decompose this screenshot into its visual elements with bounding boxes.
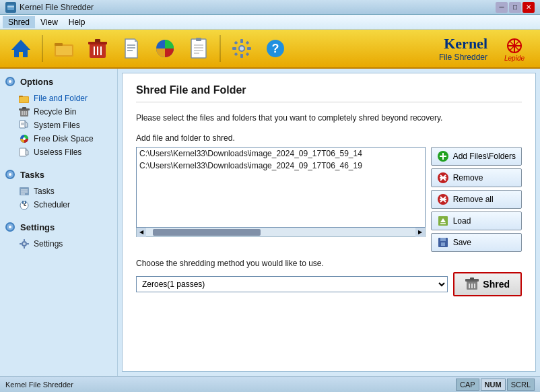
sidebar-section-options-header: Options [4, 74, 113, 89]
svg-rect-30 [234, 41, 238, 45]
brand-subtitle: File Shredder [439, 53, 487, 62]
hscroll-track[interactable] [146, 228, 415, 236]
toolbar-file-button[interactable] [116, 33, 147, 64]
svg-text:Lepide: Lepide [504, 55, 524, 62]
svg-point-25 [240, 46, 244, 51]
titlebar: Kernel File Shredder ─ □ ✕ [0, 0, 540, 15]
sidebar-item-useless-files[interactable]: Useless Files [4, 145, 113, 159]
svg-rect-8 [95, 39, 100, 42]
sidebar-item-system-files[interactable]: System Files [4, 119, 113, 132]
statusbar-scrl: SCRL [507, 379, 535, 391]
recycle-icon [19, 106, 30, 117]
toolbar: ? Kernel File Shredder Lepide [0, 30, 540, 69]
svg-rect-18 [191, 39, 206, 58]
svg-rect-5 [56, 46, 72, 55]
toolbar-brand: Kernel File Shredder Lepide [439, 33, 535, 64]
menu-help[interactable]: Help [63, 16, 91, 28]
svg-rect-31 [246, 41, 250, 45]
svg-point-58 [23, 137, 26, 140]
svg-rect-80 [24, 247, 25, 249]
main-layout: Options File and Folder [0, 69, 540, 376]
file-list[interactable]: C:\Users\Kernel33\Downloads\image_2024_0… [136, 147, 426, 228]
svg-rect-102 [470, 277, 474, 280]
statusbar-cap: CAP [456, 379, 479, 391]
sidebar-item-tasks-label: Tasks [34, 187, 55, 196]
svg-point-42 [9, 80, 11, 83]
sidebar-section-settings-header: Settings [4, 220, 113, 234]
toolbar-notepad-button[interactable] [183, 33, 214, 64]
remove-all-icon [437, 193, 449, 205]
close-button[interactable]: ✕ [522, 2, 535, 13]
horizontal-scrollbar[interactable]: ◀ ▶ [136, 228, 426, 237]
svg-text:?: ? [272, 42, 279, 55]
load-label: Load [453, 216, 471, 226]
file-action-buttons: Add Files\Folders Remove [431, 147, 522, 252]
add-files-button[interactable]: Add Files\Folders [431, 147, 522, 166]
remove-all-button[interactable]: Remove all [431, 190, 522, 209]
svg-rect-48 [22, 107, 26, 109]
minimize-button[interactable]: ─ [496, 2, 508, 13]
method-label: Choose the shredding method you would li… [136, 259, 522, 268]
tasks-icon [19, 186, 30, 197]
svg-rect-4 [55, 43, 63, 46]
svg-rect-27 [240, 54, 243, 58]
remove-label: Remove [453, 173, 483, 183]
load-icon [437, 215, 449, 227]
sidebar-item-free-disk[interactable]: Free Disk Space [4, 132, 113, 145]
svg-rect-99 [441, 242, 445, 246]
svg-point-78 [23, 242, 26, 245]
hscroll-right-btn[interactable]: ▶ [415, 228, 425, 237]
svg-rect-33 [246, 53, 250, 57]
shred-method-select[interactable]: Zeroes(1 passes)DoD 5220.22-M (3 passes)… [136, 276, 448, 292]
sidebar-item-settings[interactable]: Settings [4, 237, 113, 251]
remove-button[interactable]: Remove [431, 168, 522, 187]
toolbar-home-button[interactable] [5, 33, 36, 64]
svg-rect-81 [20, 243, 22, 244]
sidebar-item-system-files-label: System Files [34, 121, 80, 130]
toolbar-separator-1 [42, 35, 43, 62]
shred-label: Shred [483, 279, 510, 290]
toolbar-folder-button[interactable] [48, 33, 79, 64]
svg-rect-82 [27, 243, 29, 244]
sidebar: Options File and Folder [0, 69, 118, 376]
toolbar-help-button[interactable]: ? [260, 33, 291, 64]
settings-icon [19, 238, 30, 249]
content-panel: Shred File and Folder Please select the … [122, 73, 536, 372]
menu-view[interactable]: View [35, 16, 63, 28]
menu-shred[interactable]: Shred [3, 16, 35, 28]
hscroll-left-btn[interactable]: ◀ [137, 228, 146, 237]
sidebar-item-recycle-bin[interactable]: Recycle Bin [4, 105, 113, 119]
toolbar-delete-button[interactable] [82, 33, 113, 64]
svg-rect-29 [247, 47, 251, 50]
toolbar-chart-button[interactable] [149, 33, 180, 64]
settings-label: Settings [20, 222, 55, 232]
svg-rect-26 [240, 39, 243, 43]
save-button[interactable]: Save [431, 233, 522, 252]
save-icon [437, 236, 449, 249]
remove-all-label: Remove all [453, 195, 494, 204]
shred-button[interactable]: Shred [453, 272, 522, 296]
statusbar-text: Kernel File Shredder [5, 381, 73, 389]
add-files-label: Add Files\Folders [453, 152, 516, 161]
sidebar-item-settings-label: Settings [34, 239, 63, 249]
options-label: Options [20, 77, 53, 87]
file-list-item-0: C:\Users\Kernel33\Downloads\image_2024_0… [137, 148, 425, 160]
shred-icon [465, 277, 479, 291]
load-button[interactable]: Load [431, 211, 522, 230]
svg-marker-2 [11, 40, 30, 57]
statusbar-num: NUM [481, 379, 506, 391]
sidebar-item-file-folder-label: File and Folder [34, 94, 88, 103]
sidebar-item-tasks[interactable]: Tasks [4, 185, 113, 198]
add-icon [437, 150, 449, 162]
sidebar-item-recycle-bin-label: Recycle Bin [34, 107, 76, 117]
hscroll-thumb[interactable] [153, 229, 261, 236]
sidebar-item-useless-files-label: Useless Files [34, 148, 81, 157]
toolbar-settings-button[interactable] [226, 33, 257, 64]
sidebar-item-scheduler[interactable]: Scheduler [4, 198, 113, 211]
sidebar-item-file-folder[interactable]: File and Folder [4, 92, 113, 105]
brand-logo: Lepide [494, 33, 535, 64]
menubar: Shred View Help [0, 15, 540, 30]
settings-section-icon [4, 221, 16, 233]
remove-icon [437, 172, 449, 184]
maximize-button[interactable]: □ [509, 2, 521, 13]
